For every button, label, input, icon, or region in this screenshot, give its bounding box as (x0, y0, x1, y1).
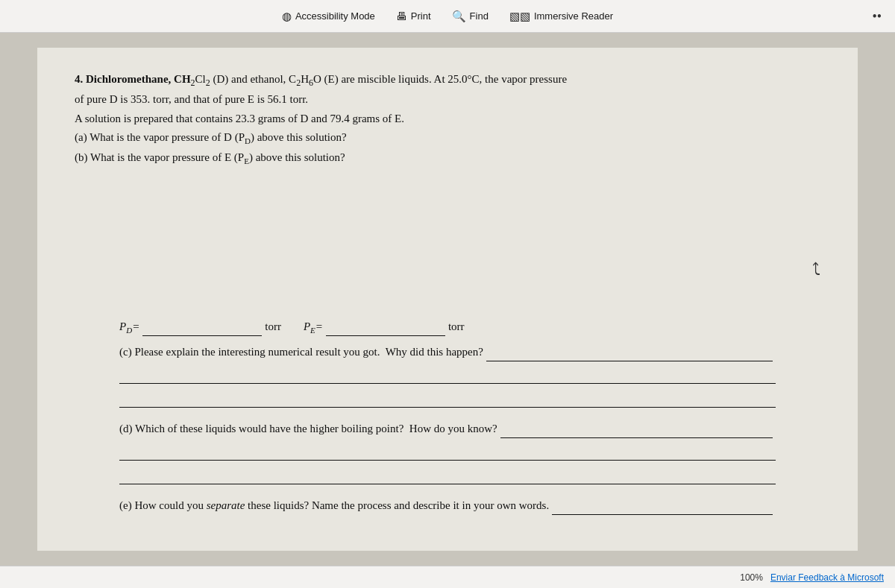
question-line3: A solution is prepared that contains 23.… (75, 110, 820, 129)
part-e-text-before: (e) How could you separate these liquids… (119, 496, 549, 514)
search-icon: 🔍 (452, 10, 466, 23)
feedback-link[interactable]: Enviar Feedback à Microsoft (770, 572, 884, 583)
find-label: Find (470, 10, 489, 22)
zoom-level: 100% (740, 572, 763, 583)
part-c-answer-inline[interactable] (486, 343, 773, 361)
main-content: 4. Dichloromethane, CH2Cl2 (D) and ethan… (0, 33, 895, 566)
print-icon: 🖶 (396, 10, 407, 22)
q1-cl: Cl (195, 73, 206, 85)
question-line4: (a) What is the vapor pressure of D (PD)… (75, 128, 820, 148)
question-line2: of pure D is 353. torr, and that of pure… (75, 90, 820, 110)
document-page: 4. Dichloromethane, CH2Cl2 (D) and ethan… (37, 48, 858, 551)
part-d-text: (d) Which of these liquids would have th… (119, 420, 497, 437)
part-e-italic: separate (207, 499, 245, 511)
part-e-row: (e) How could you separate these liquids… (119, 496, 776, 515)
part-d-line-1[interactable] (119, 443, 776, 461)
torr-label-1: torr (265, 317, 281, 335)
pe-answer-line[interactable] (326, 317, 445, 336)
part-c-line-2[interactable] (119, 390, 776, 408)
answer-section: PD= torr PE= torr (c) Please explain the… (75, 317, 820, 516)
part-e-answer-inline[interactable] (552, 496, 773, 515)
question-number: 4. Dichloromethane, CH (75, 73, 191, 85)
q1-d: (D) and ethanol, C (210, 73, 296, 85)
pd-pe-row: PD= torr PE= torr (119, 317, 776, 338)
immersive-reader-label: Immersive Reader (534, 10, 613, 22)
find-button[interactable]: 🔍 Find (445, 7, 496, 26)
part-c-text: (c) Please explain the interesting numer… (119, 343, 483, 361)
part-d-lines (119, 443, 776, 484)
sub-e-b: E (244, 157, 249, 165)
print-button[interactable]: 🖶 Print (389, 7, 439, 25)
accessibility-icon: ◍ (282, 10, 292, 23)
torr-label-2: torr (448, 317, 465, 335)
part-c-lines (119, 366, 776, 408)
pd-sub: D (126, 326, 132, 335)
question-body: 4. Dichloromethane, CH2Cl2 (D) and ethan… (75, 70, 820, 168)
print-label: Print (411, 10, 431, 22)
immersive-reader-button[interactable]: ▧▧ Immersive Reader (502, 7, 621, 26)
cursor-arrow: ⤴ (812, 256, 820, 282)
status-bar: 100% Enviar Feedback à Microsoft (0, 566, 895, 588)
pd-label: PD= (119, 317, 139, 338)
part-d-section: (d) Which of these liquids would have th… (119, 420, 776, 484)
part-d-row: (d) Which of these liquids would have th… (119, 420, 776, 438)
part-e-section: (e) How could you separate these liquids… (119, 496, 776, 515)
accessibility-label: Accessibility Mode (295, 10, 375, 22)
q1-o: O (E) are miscible liquids. At 25.0°C, t… (313, 73, 567, 85)
more-options-button[interactable]: •• (866, 6, 888, 28)
pe-sub: E (310, 326, 315, 335)
sub-d-a: D (245, 136, 251, 145)
pe-label: PE= (304, 317, 323, 338)
question-line5: (b) What is the vapor pressure of E (PE)… (75, 148, 820, 168)
pd-answer-line[interactable] (142, 317, 262, 336)
reader-icon: ▧▧ (509, 10, 530, 23)
part-d-line-2[interactable] (119, 467, 776, 484)
part-c-row: (c) Please explain the interesting numer… (119, 343, 776, 361)
accessibility-mode-button[interactable]: ◍ Accessibility Mode (274, 7, 383, 26)
part-c-line-1[interactable] (119, 366, 776, 384)
q1-h: H (301, 73, 309, 85)
toolbar-extras: •• (866, 0, 888, 33)
toolbar: ◍ Accessibility Mode 🖶 Print 🔍 Find ▧▧ I… (0, 0, 895, 33)
question-line1: 4. Dichloromethane, CH2Cl2 (D) and ethan… (75, 70, 820, 90)
part-d-answer-inline[interactable] (500, 420, 773, 438)
